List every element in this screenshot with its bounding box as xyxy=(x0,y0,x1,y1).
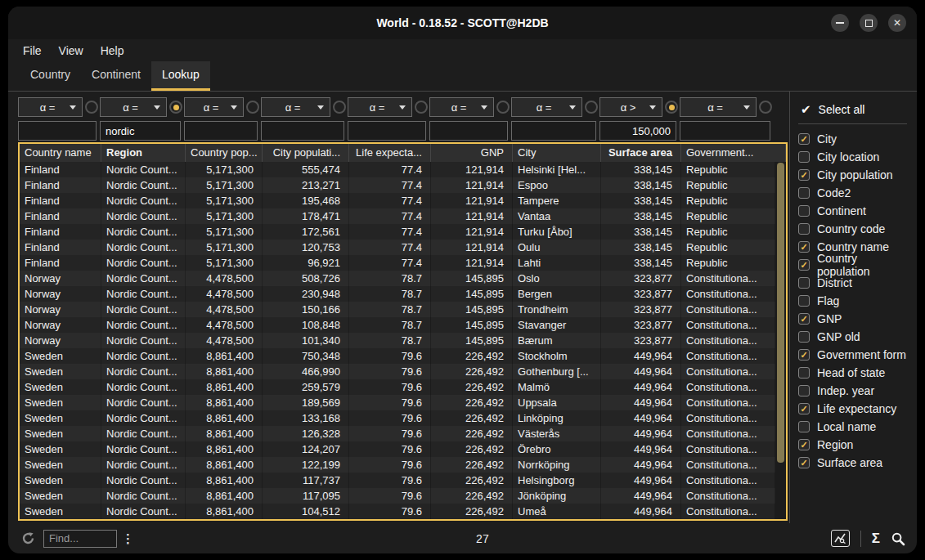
sidebar-item-surface-area[interactable]: ✓Surface area xyxy=(798,454,912,472)
sidebar-item-country-code[interactable]: Country code xyxy=(798,220,912,238)
checkbox-checked-icon[interactable]: ✓ xyxy=(798,169,810,181)
table-row[interactable]: SwedenNordic Count...8,861,400189,56979.… xyxy=(20,395,775,410)
sidebar-item-region[interactable]: ✓Region xyxy=(798,436,912,454)
menu-view[interactable]: View xyxy=(59,44,83,57)
filter-operator-select[interactable]: α = xyxy=(348,97,412,117)
filter-value-input[interactable] xyxy=(680,121,770,141)
checkbox-icon[interactable] xyxy=(798,277,810,289)
checkbox-icon[interactable] xyxy=(798,187,810,199)
column-header-surface-area[interactable]: Surface area xyxy=(601,144,681,162)
filter-operator-select[interactable]: α = xyxy=(100,97,167,117)
checkbox-checked-icon[interactable]: ✓ xyxy=(798,439,810,450)
menu-file[interactable]: File xyxy=(23,44,42,57)
checkbox-checked-icon[interactable]: ✓ xyxy=(798,259,810,271)
sidebar-item-code2[interactable]: Code2 xyxy=(798,184,912,202)
filter-operator-select[interactable]: α > xyxy=(599,97,662,117)
table-row[interactable]: SwedenNordic Count...8,861,400466,99079.… xyxy=(20,364,775,379)
find-input[interactable] xyxy=(43,530,117,548)
checkbox-checked-icon[interactable]: ✓ xyxy=(798,313,810,325)
sidebar-item-city-population[interactable]: ✓City population xyxy=(798,166,912,184)
filter-radio[interactable] xyxy=(496,101,510,114)
sidebar-item-continent[interactable]: Continent xyxy=(798,202,912,220)
table-row[interactable]: FinlandNordic Count...5,171,300195,46877… xyxy=(20,193,775,208)
sidebar-item-indep-year[interactable]: Indep. year xyxy=(798,382,912,400)
filter-value-input[interactable] xyxy=(100,121,181,141)
table-row[interactable]: NorwayNordic Count...4,478,500508,72678.… xyxy=(20,271,775,286)
table-row[interactable]: SwedenNordic Count...8,861,400117,09579.… xyxy=(20,488,775,504)
checkbox-checked-icon[interactable]: ✓ xyxy=(798,457,810,468)
filter-radio[interactable] xyxy=(85,101,98,114)
checkbox-icon[interactable] xyxy=(798,367,810,379)
filter-value-input[interactable] xyxy=(599,121,676,141)
column-header-city[interactable]: City xyxy=(513,144,601,162)
maximize-button[interactable] xyxy=(860,14,878,32)
filter-radio[interactable] xyxy=(665,101,678,114)
table-row[interactable]: SwedenNordic Count...8,861,400133,16879.… xyxy=(20,410,775,426)
sidebar-item-gnp[interactable]: ✓GNP xyxy=(798,310,912,328)
column-header-life-expecta-[interactable]: Life expecta... xyxy=(349,144,431,162)
filter-radio[interactable] xyxy=(415,101,428,114)
sidebar-item-gnp-old[interactable]: GNP old xyxy=(798,328,912,346)
table-row[interactable]: NorwayNordic Count...4,478,500101,34078.… xyxy=(20,333,775,348)
table-row[interactable]: FinlandNordic Count...5,171,30096,92177.… xyxy=(20,255,775,271)
table-row[interactable]: NorwayNordic Count...4,478,500230,94878.… xyxy=(20,286,775,302)
table-row[interactable]: NorwayNordic Count...4,478,500108,84878.… xyxy=(20,317,775,333)
checkbox-icon[interactable] xyxy=(798,295,810,307)
filter-operator-select[interactable]: α = xyxy=(511,97,582,117)
checkbox-checked-icon[interactable]: ✓ xyxy=(798,403,810,414)
minimize-button[interactable] xyxy=(831,14,849,32)
column-header-government-[interactable]: Government... xyxy=(681,144,786,162)
filter-operator-select[interactable]: α = xyxy=(261,97,330,117)
select-all-button[interactable]: ✔ Select all xyxy=(798,98,912,123)
column-header-country-name[interactable]: Country name xyxy=(20,144,101,162)
checkbox-icon[interactable] xyxy=(798,421,810,432)
sidebar-item-flag[interactable]: Flag xyxy=(798,292,912,310)
tab-country[interactable]: Country xyxy=(20,61,81,91)
filter-value-input[interactable] xyxy=(511,121,596,141)
checkbox-icon[interactable] xyxy=(798,223,810,235)
filter-radio[interactable] xyxy=(585,101,598,114)
table-row[interactable]: SwedenNordic Count...8,861,400122,19979.… xyxy=(20,457,775,473)
filter-value-input[interactable] xyxy=(261,121,344,141)
table-row[interactable]: FinlandNordic Count...5,171,300213,27177… xyxy=(20,177,775,193)
table-row[interactable]: SwedenNordic Count...8,861,400126,32879.… xyxy=(20,426,775,441)
table-row[interactable]: SwedenNordic Count...8,861,400117,73779.… xyxy=(20,473,775,488)
filter-radio[interactable] xyxy=(759,101,772,114)
table-row[interactable]: SwedenNordic Count...8,861,400259,57979.… xyxy=(20,379,775,395)
filter-value-input[interactable] xyxy=(429,121,508,141)
column-header-city-populati-[interactable]: City populati... xyxy=(263,144,349,162)
menu-help[interactable]: Help xyxy=(101,44,124,57)
filter-value-input[interactable] xyxy=(184,121,258,141)
sidebar-item-country-population[interactable]: ✓Country population xyxy=(798,256,912,274)
checkbox-icon[interactable] xyxy=(798,385,810,396)
table-row[interactable]: NorwayNordic Count...4,478,500150,16678.… xyxy=(20,302,775,317)
checkbox-icon[interactable] xyxy=(798,331,810,343)
filter-operator-select[interactable]: α = xyxy=(18,97,83,117)
sidebar-item-head-of-state[interactable]: Head of state xyxy=(798,364,912,382)
tab-continent[interactable]: Continent xyxy=(81,61,151,91)
aggregate-sigma-button[interactable]: Σ xyxy=(872,531,880,547)
column-header-gnp[interactable]: GNP xyxy=(431,144,513,162)
column-header-country-pop-[interactable]: Country pop... xyxy=(186,144,263,162)
checkbox-checked-icon[interactable]: ✓ xyxy=(798,133,810,145)
sidebar-item-government-form[interactable]: ✓Government form xyxy=(798,346,912,364)
zoom-search-button[interactable] xyxy=(891,531,905,546)
column-header-region[interactable]: Region xyxy=(101,144,186,162)
checkbox-checked-icon[interactable]: ✓ xyxy=(798,349,810,361)
filter-value-input[interactable] xyxy=(18,121,97,141)
sidebar-item-life-expectancy[interactable]: ✓Life expectancy xyxy=(798,400,912,418)
table-row[interactable]: FinlandNordic Count...5,171,300178,47177… xyxy=(20,208,775,224)
find-options-button[interactable]: ⋮ xyxy=(122,531,134,546)
sidebar-item-city[interactable]: ✓City xyxy=(798,130,912,148)
sidebar-item-local-name[interactable]: Local name xyxy=(798,418,912,436)
table-row[interactable]: SwedenNordic Count...8,861,400104,51279.… xyxy=(20,504,775,519)
vertical-scrollbar[interactable] xyxy=(775,162,786,519)
table-row[interactable]: FinlandNordic Count...5,171,300172,56177… xyxy=(20,224,775,240)
checkbox-icon[interactable] xyxy=(798,205,810,217)
chart-editor-button[interactable] xyxy=(831,530,850,547)
refresh-button[interactable] xyxy=(21,531,35,545)
filter-radio[interactable] xyxy=(333,101,346,114)
checkbox-icon[interactable] xyxy=(798,151,810,163)
scrollbar-thumb[interactable] xyxy=(777,163,784,463)
table-row[interactable]: FinlandNordic Count...5,171,300555,47477… xyxy=(20,162,775,177)
